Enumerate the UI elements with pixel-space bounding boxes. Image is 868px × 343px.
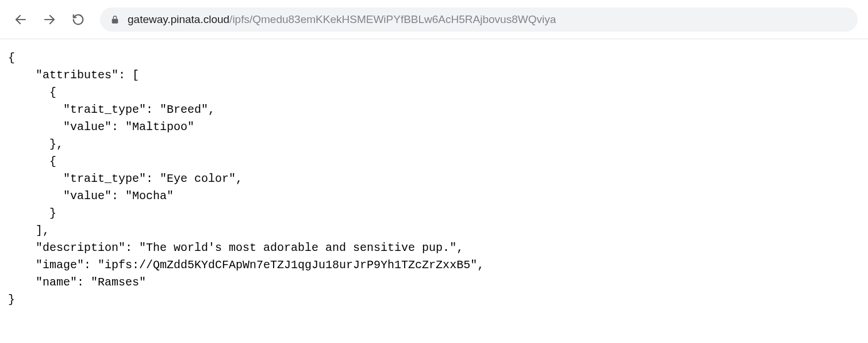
url-text: gateway.pinata.cloud/ipfs/Qmedu83emKKekH… xyxy=(128,13,556,26)
json-line: } xyxy=(8,207,56,220)
json-line: { xyxy=(8,86,56,99)
arrow-right-icon xyxy=(43,13,56,26)
json-line: "name": "Ramses" xyxy=(8,276,146,289)
url-path: /ipfs/Qmedu83emKKekHSMEWiPYfBBLw6AcH5RAj… xyxy=(229,13,556,25)
json-line: "trait_type": "Eye color", xyxy=(8,172,243,185)
arrow-left-icon xyxy=(14,13,28,26)
json-line: "description": "The world's most adorabl… xyxy=(8,241,463,254)
reload-button[interactable] xyxy=(68,9,89,30)
json-line: { xyxy=(8,155,56,168)
json-content: { "attributes": [ { "trait_type": "Breed… xyxy=(0,39,868,319)
url-domain: gateway.pinata.cloud xyxy=(128,13,229,25)
browser-toolbar: gateway.pinata.cloud/ipfs/Qmedu83emKKekH… xyxy=(0,0,868,39)
json-line: { xyxy=(8,51,15,64)
address-bar[interactable]: gateway.pinata.cloud/ipfs/Qmedu83emKKekH… xyxy=(100,7,858,32)
json-line: "attributes": [ xyxy=(8,68,139,82)
lock-icon xyxy=(110,15,120,24)
json-line: } xyxy=(8,293,15,306)
reload-icon xyxy=(72,13,85,26)
json-line: "trait_type": "Breed", xyxy=(8,103,215,116)
json-line: "value": "Maltipoo" xyxy=(8,120,194,134)
json-line: ], xyxy=(8,224,49,237)
json-line: "image": "ipfs://QmZdd5KYdCFApWn7eTZJ1qg… xyxy=(8,258,484,272)
back-button[interactable] xyxy=(10,9,31,30)
forward-button[interactable] xyxy=(39,9,60,30)
json-line: "value": "Mocha" xyxy=(8,189,174,203)
json-line: }, xyxy=(8,138,63,151)
